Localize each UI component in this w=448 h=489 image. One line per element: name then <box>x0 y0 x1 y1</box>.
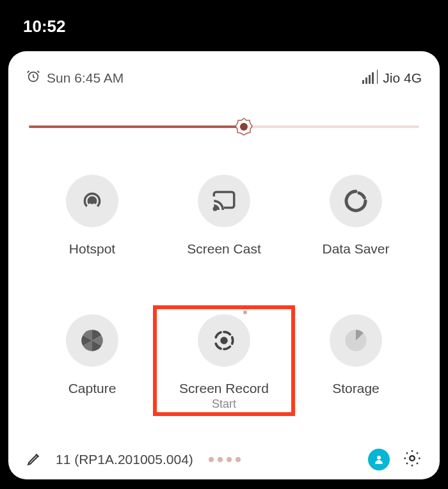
tile-label: Screen Cast <box>187 241 261 257</box>
footer-bar: 11 (RP1A.201005.004) <box>26 442 422 470</box>
storage-icon <box>330 314 382 367</box>
version-text: 11 (RP1A.201005.004) <box>56 452 193 467</box>
svg-point-9 <box>410 456 415 461</box>
device-clock: 10:52 <box>0 0 448 36</box>
tile-label: Hotspot <box>69 241 115 257</box>
tile-label: Capture <box>68 381 116 396</box>
status-left: Sun 6:45 AM <box>26 69 124 86</box>
signal-icon <box>362 72 378 84</box>
svg-point-4 <box>214 208 216 211</box>
carrier-text: Jio 4G <box>383 70 422 86</box>
tile-screenrecord[interactable]: Screen Record Start <box>158 314 290 411</box>
edit-icon[interactable] <box>26 450 43 469</box>
tiles-grid: Hotspot Screen Cast Data Saver <box>26 168 422 442</box>
user-avatar[interactable] <box>368 449 390 470</box>
tile-datasaver[interactable]: Data Saver <box>290 175 422 257</box>
slider-fill <box>29 125 244 128</box>
tile-indicator-dot <box>243 310 247 314</box>
alarm-time-text: Sun 6:45 AM <box>47 70 124 86</box>
highlight-box <box>153 305 295 416</box>
page-dots[interactable] <box>209 457 241 462</box>
slider-thumb[interactable] <box>234 117 253 136</box>
screencast-icon <box>198 175 250 227</box>
tile-storage[interactable]: Storage <box>290 314 422 411</box>
tile-label: Data Saver <box>322 241 389 257</box>
tile-capture[interactable]: Capture <box>26 314 158 411</box>
settings-icon[interactable] <box>403 449 422 470</box>
quick-settings-panel: Sun 6:45 AM Jio 4G <box>8 51 440 479</box>
brightness-slider[interactable] <box>29 117 419 136</box>
svg-point-2 <box>240 123 248 131</box>
status-bar: Sun 6:45 AM Jio 4G <box>26 69 422 86</box>
status-right: Jio 4G <box>362 70 422 86</box>
alarm-icon <box>26 69 40 86</box>
tile-label: Storage <box>332 381 380 396</box>
hotspot-icon <box>66 175 118 227</box>
svg-point-3 <box>90 199 95 204</box>
svg-point-8 <box>377 456 381 460</box>
tile-screencast[interactable]: Screen Cast <box>158 175 290 257</box>
capture-icon <box>66 314 118 367</box>
datasaver-icon <box>330 175 382 227</box>
tile-hotspot[interactable]: Hotspot <box>26 175 158 257</box>
